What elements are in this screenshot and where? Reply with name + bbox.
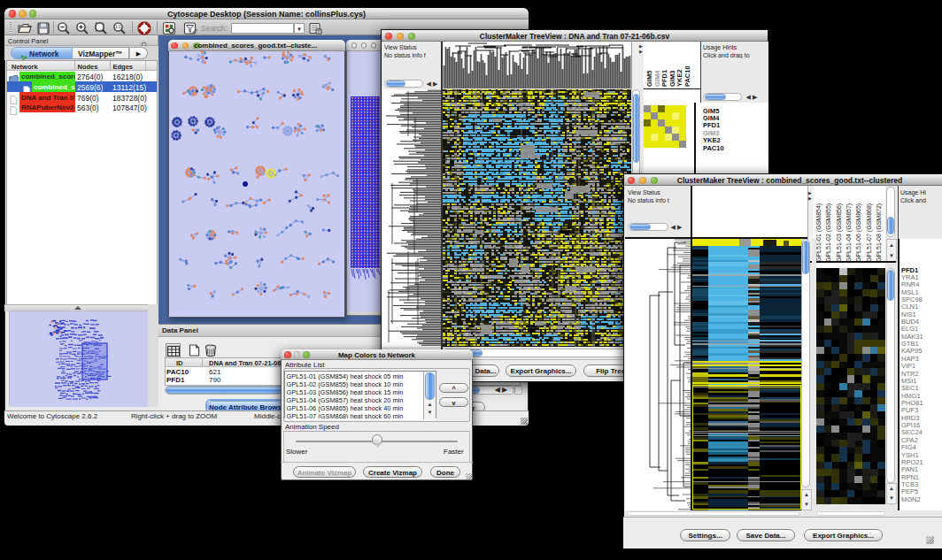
- svg-text:1:1: 1:1: [115, 25, 121, 29]
